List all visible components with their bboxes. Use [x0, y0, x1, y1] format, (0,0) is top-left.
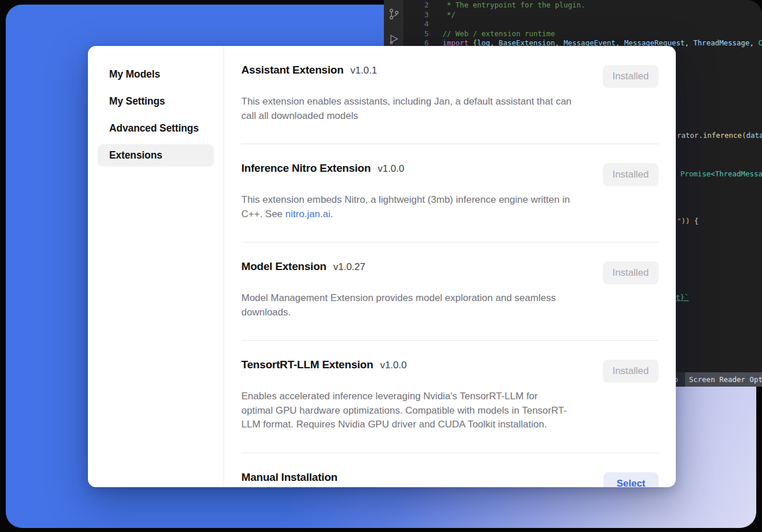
extensions-list: Assistant Extensionv1.0.1InstalledThis e…: [224, 46, 676, 487]
sidebar-item-my-models[interactable]: My Models: [98, 63, 214, 86]
code-token: ,: [685, 38, 694, 47]
extension-title-group: Inference Nitro Extensionv1.0.0: [241, 162, 404, 175]
run-debug-icon[interactable]: [388, 33, 400, 47]
code-token: // Web / extension runtime: [442, 29, 555, 38]
settings-sidebar: My ModelsMy SettingsAdvanced SettingsExt…: [88, 46, 224, 487]
extension-version: v1.0.27: [333, 261, 365, 273]
extension-description: Enables accelerated inference leveraging…: [241, 390, 572, 432]
extension-entry: Model Extensionv1.0.27InstalledModel Man…: [241, 242, 659, 341]
code-text: * The entrypoint for the plugin.: [442, 1, 585, 10]
code-token: ,: [749, 38, 758, 47]
extension-description: This extension enables assistants, inclu…: [241, 95, 572, 123]
extension-title-group: Model Extensionv1.0.27: [241, 260, 365, 273]
extension-title-group: Manual Installation: [241, 471, 337, 484]
extension-description: This extension embeds Nitro, a lightweig…: [241, 193, 572, 221]
extension-header: TensortRT-LLM Extensionv1.0.0Installed: [241, 358, 659, 383]
extension-header: Inference Nitro Extensionv1.0.0Installed: [241, 162, 659, 186]
extension-version: v1.0.1: [351, 65, 377, 76]
extension-description: Model Management Extension provides mode…: [241, 291, 572, 319]
code-fragment: t}`: [676, 293, 689, 303]
code-token: ": [677, 217, 682, 225]
description-text: .: [330, 209, 333, 219]
extension-entry: Assistant Extensionv1.0.1InstalledThis e…: [241, 46, 659, 144]
installed-button[interactable]: Installed: [603, 163, 659, 186]
description-text: Model Management Extension provides mode…: [241, 292, 556, 318]
settings-modal: My ModelsMy SettingsAdvanced SettingsExt…: [88, 46, 676, 487]
code-token: Promise<ThreadMessage>: [680, 169, 762, 178]
code-token: {: [694, 217, 699, 225]
code-text: // Web / extension runtime: [442, 29, 555, 39]
code-line: 2 * The entrypoint for the plugin.: [403, 1, 762, 10]
extension-header: Model Extensionv1.0.27Installed: [241, 260, 659, 284]
code-line: 5// Web / extension runtime: [403, 29, 762, 39]
extension-version: v1.0.0: [378, 163, 404, 175]
code-token: )): [682, 217, 695, 225]
extension-header: Manual InstallationSelect: [241, 471, 659, 488]
line-number: 2: [403, 1, 429, 10]
description-text: This extension enables assistants, inclu…: [241, 96, 572, 121]
code-fragment: Promise<ThreadMessage>: [680, 169, 762, 179]
code-lines: 2 * The entrypoint for the plugin.3 */45…: [403, 1, 762, 48]
code-token: t}`: [676, 293, 689, 302]
screen-reader-optimized-chip[interactable]: Screen Reader Optimized: [685, 372, 762, 387]
extension-header: Assistant Extensionv1.0.1Installed: [241, 64, 659, 88]
line-number: 3: [403, 10, 429, 20]
code-token: * The entrypoint for the plugin.: [442, 1, 585, 9]
sidebar-item-my-settings[interactable]: My Settings: [98, 90, 214, 113]
installed-button[interactable]: Installed: [603, 65, 659, 88]
extension-entry: TensortRT-LLM Extensionv1.0.0InstalledEn…: [241, 341, 659, 453]
nitro-jan-ai-link[interactable]: nitro.jan.ai: [286, 209, 330, 219]
extension-entry: Manual InstallationSelectSelect an exten…: [241, 453, 659, 488]
sidebar-item-advanced-settings[interactable]: Advanced Settings: [98, 117, 214, 140]
code-line: 4: [403, 20, 762, 29]
extension-title-group: TensortRT-LLM Extensionv1.0.0: [241, 358, 407, 371]
description-text: Enables accelerated inference leveraging…: [241, 391, 567, 430]
code-token: data: [746, 131, 762, 140]
extension-title-group: Assistant Extensionv1.0.1: [241, 64, 377, 76]
extension-name: Inference Nitro Extension: [241, 162, 371, 175]
code-token: ContentType: [758, 38, 762, 47]
installed-button[interactable]: Installed: [603, 261, 659, 284]
code-token: rator.: [677, 131, 703, 140]
code-fragment: ")) {: [677, 217, 699, 226]
line-number: 5: [403, 29, 429, 39]
code-line: 3 */: [403, 10, 762, 20]
select-file-button[interactable]: Select: [603, 472, 659, 488]
code-fragment: rator.inference(data));: [677, 131, 762, 141]
extension-name: Model Extension: [241, 260, 326, 273]
code-token: */: [442, 10, 456, 19]
extension-entry: Inference Nitro Extensionv1.0.0Installed…: [241, 144, 659, 242]
line-number: 4: [403, 20, 429, 29]
sidebar-item-extensions[interactable]: Extensions: [98, 144, 214, 167]
extension-name: TensortRT-LLM Extension: [241, 358, 373, 371]
code-token: ThreadMessage: [694, 38, 750, 47]
extension-version: v1.0.0: [380, 360, 406, 371]
extension-name: Manual Installation: [241, 471, 337, 484]
extension-name: Assistant Extension: [241, 64, 344, 76]
code-token: inference: [703, 131, 742, 140]
code-text: */: [442, 10, 456, 20]
source-control-icon[interactable]: [388, 8, 400, 22]
installed-button[interactable]: Installed: [603, 360, 659, 383]
